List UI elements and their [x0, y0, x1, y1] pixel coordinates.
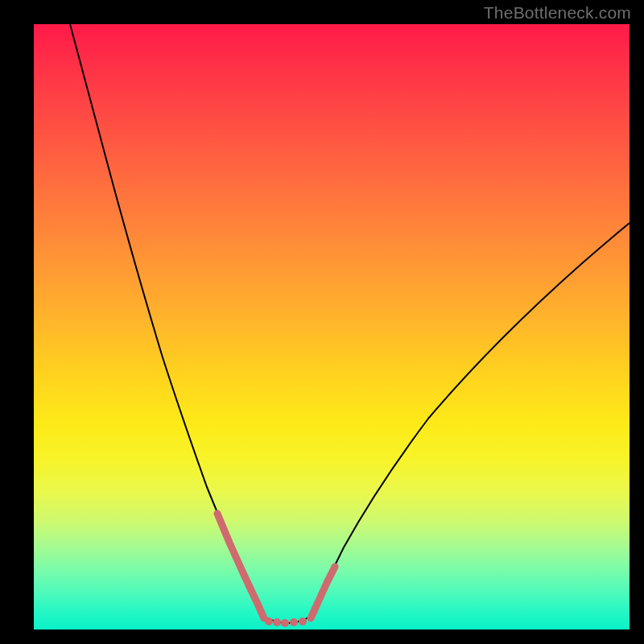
watermark-text: TheBottleneck.com: [484, 3, 631, 23]
chart-frame: TheBottleneck.com: [0, 0, 644, 644]
left-curve: [70, 24, 262, 616]
chart-svg: [34, 24, 630, 630]
bottom-marker: [265, 617, 273, 625]
left-marker-segment: [217, 514, 264, 618]
bottom-marker: [290, 618, 298, 626]
bottom-marker: [281, 619, 289, 627]
right-marker-segment: [311, 567, 335, 618]
plot-area: [34, 24, 630, 630]
bottom-marker: [299, 617, 307, 625]
right-curve: [312, 223, 630, 616]
bottom-markers-group: [265, 617, 307, 627]
bottom-marker: [273, 618, 281, 626]
